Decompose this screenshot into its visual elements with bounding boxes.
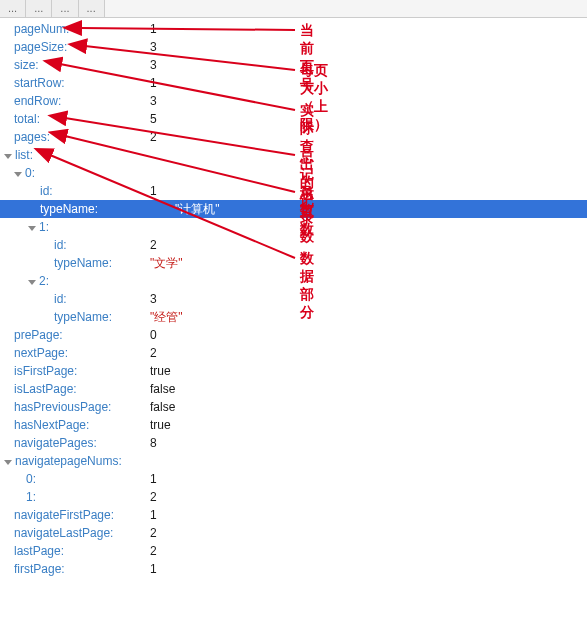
prop-list-2-id[interactable]: id: 3 (0, 290, 587, 308)
key-label: id: (54, 236, 67, 254)
prop-navigateLastPage[interactable]: navigateLastPage: 2 (0, 524, 587, 542)
tab-2[interactable]: ... (26, 0, 52, 17)
key-label: typeName: (54, 308, 112, 326)
prop-navigateFirstPage[interactable]: navigateFirstPage: 1 (0, 506, 587, 524)
val-label: 2 (150, 344, 157, 362)
prop-list-0-typeName[interactable]: typeName: "计算机" (0, 200, 587, 218)
key-label: pageNum: (14, 20, 69, 38)
key-label: 0: (26, 470, 36, 488)
key-label: navigatePages: (14, 434, 97, 452)
key-label: navigateLastPage: (14, 524, 113, 542)
val-label: 2 (150, 128, 157, 146)
prop-pageNum[interactable]: pageNum: 1 (0, 20, 587, 38)
key-label: navigateFirstPage: (14, 506, 114, 524)
val-label: 1 (150, 20, 157, 38)
key-label: typeName: (54, 254, 112, 272)
val-label: "经管" (150, 308, 183, 326)
val-label: true (150, 416, 171, 434)
val-label: 2 (150, 488, 157, 506)
key-label: total: (14, 110, 40, 128)
key-label: hasPreviousPage: (14, 398, 111, 416)
key-label: nextPage: (14, 344, 68, 362)
prop-list-0-id[interactable]: id: 1 (0, 182, 587, 200)
tab-3[interactable]: ... (52, 0, 78, 17)
key-label: isLastPage: (14, 380, 77, 398)
val-label: 0 (150, 326, 157, 344)
key-label: typeName: (40, 200, 98, 218)
val-label: 8 (150, 434, 157, 452)
prop-list-2[interactable]: 2: (0, 272, 587, 290)
key-label: 1: (39, 218, 49, 236)
json-tree: pageNum: 1 pageSize: 3 size: 3 startRow:… (0, 18, 587, 578)
key-label: pageSize: (14, 38, 67, 56)
prop-firstPage[interactable]: firstPage: 1 (0, 560, 587, 578)
prop-total[interactable]: total: 5 (0, 110, 587, 128)
chevron-down-icon (28, 280, 36, 285)
prop-nextPage[interactable]: nextPage: 2 (0, 344, 587, 362)
prop-isFirstPage[interactable]: isFirstPage: true (0, 362, 587, 380)
prop-navigatePages[interactable]: navigatePages: 8 (0, 434, 587, 452)
val-label: 2 (150, 236, 157, 254)
tab-1[interactable]: ... (0, 0, 26, 17)
key-label: hasNextPage: (14, 416, 89, 434)
chevron-down-icon (14, 172, 22, 177)
prop-list-2-typeName[interactable]: typeName: "经管" (0, 308, 587, 326)
tab-4[interactable]: ... (79, 0, 105, 17)
key-label: id: (40, 182, 53, 200)
val-label: 1 (150, 182, 157, 200)
key-label: startRow: (14, 74, 65, 92)
key-label: prePage: (14, 326, 63, 344)
prop-pageSize[interactable]: pageSize: 3 (0, 38, 587, 56)
prop-list-0[interactable]: 0: (0, 164, 587, 182)
val-label: 2 (150, 542, 157, 560)
val-label: 3 (150, 92, 157, 110)
prop-list-1[interactable]: 1: (0, 218, 587, 236)
key-label: firstPage: (14, 560, 65, 578)
val-label: 2 (150, 524, 157, 542)
prop-list[interactable]: list: (0, 146, 587, 164)
prop-pages[interactable]: pages: 2 (0, 128, 587, 146)
key-label: list: (15, 146, 33, 164)
prop-hasNextPage[interactable]: hasNextPage: true (0, 416, 587, 434)
key-label: 2: (39, 272, 49, 290)
prop-endRow[interactable]: endRow: 3 (0, 92, 587, 110)
val-label: false (150, 398, 175, 416)
key-label: id: (54, 290, 67, 308)
key-label: 0: (25, 164, 35, 182)
prop-navigatepageNums[interactable]: navigatepageNums: (0, 452, 587, 470)
key-label: 1: (26, 488, 36, 506)
prop-hasPreviousPage[interactable]: hasPreviousPage: false (0, 398, 587, 416)
prop-list-1-id[interactable]: id: 2 (0, 236, 587, 254)
val-label: 1 (150, 74, 157, 92)
key-label: lastPage: (14, 542, 64, 560)
val-label: 1 (150, 470, 157, 488)
key-label: endRow: (14, 92, 61, 110)
prop-lastPage[interactable]: lastPage: 2 (0, 542, 587, 560)
prop-prePage[interactable]: prePage: 0 (0, 326, 587, 344)
prop-isLastPage[interactable]: isLastPage: false (0, 380, 587, 398)
prop-startRow[interactable]: startRow: 1 (0, 74, 587, 92)
chevron-down-icon (4, 154, 12, 159)
val-label: 1 (150, 560, 157, 578)
val-label: 3 (150, 38, 157, 56)
key-label: isFirstPage: (14, 362, 77, 380)
val-label: false (150, 380, 175, 398)
val-label: "文学" (150, 254, 183, 272)
chevron-down-icon (28, 226, 36, 231)
val-label: 3 (150, 56, 157, 74)
val-label: 5 (150, 110, 157, 128)
key-label: pages: (14, 128, 50, 146)
prop-nav-1[interactable]: 1: 2 (0, 488, 587, 506)
tabs-bar: ... ... ... ... (0, 0, 587, 18)
prop-list-1-typeName[interactable]: typeName: "文学" (0, 254, 587, 272)
val-label: true (150, 362, 171, 380)
val-label: 1 (150, 506, 157, 524)
key-label: size: (14, 56, 39, 74)
val-label: "计算机" (175, 200, 220, 218)
prop-size[interactable]: size: 3 (0, 56, 587, 74)
prop-nav-0[interactable]: 0: 1 (0, 470, 587, 488)
key-label: navigatepageNums: (15, 452, 122, 470)
val-label: 3 (150, 290, 157, 308)
chevron-down-icon (4, 460, 12, 465)
